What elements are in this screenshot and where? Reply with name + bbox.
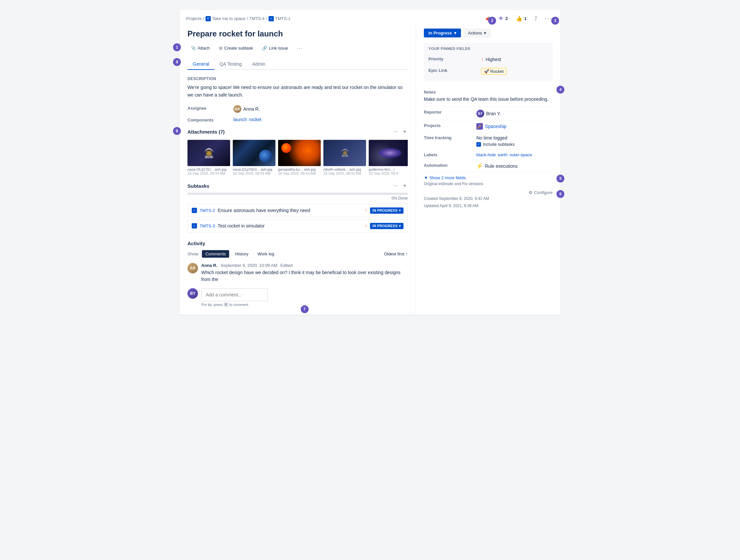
activity-show-bar: Show: Comments History Work log Oldest f… (187, 250, 408, 258)
priority-label: Priority (429, 57, 481, 61)
attachment-thumb-1: 👨‍🚀 (187, 140, 230, 166)
attachment-4[interactable]: 🧑‍🚀 niketh-vellank... ash.jpg 18 Sep 202… (323, 140, 366, 175)
attachment-1-date: 18 Sep 2020, 09:44 AM (187, 171, 230, 175)
subtask-1-status[interactable]: IN PROGRESS ▾ (370, 207, 403, 214)
label-outer-space[interactable]: outer-space (510, 152, 532, 157)
subtasks-section: Subtasks ··· + 0% Done ✓ (187, 182, 408, 233)
callout-2: 2 (488, 17, 496, 25)
automation-field: Automation ⚡ Rule executions (424, 160, 553, 172)
like-button[interactable]: 👍 1 (514, 14, 529, 23)
labels-label: Labels (424, 152, 476, 157)
attachment-5-date: 18 Sep 2020, 09:4 (369, 171, 408, 175)
automation-label: Automation (424, 163, 476, 168)
subtasks-more-button[interactable]: ··· (392, 182, 399, 190)
tab-general[interactable]: General (187, 59, 214, 70)
epic-link-tag[interactable]: 🚀 Rocket (481, 68, 506, 75)
priority-text: Highest (485, 57, 501, 62)
subtask-row-1[interactable]: ✓ TMTS-2 Ensure astronauts have everythi… (187, 204, 408, 217)
issue-title: Prepare rocket for launch (187, 28, 408, 39)
share-icon: ⤴ (535, 16, 537, 22)
attachment-2[interactable]: nasa-Q1p7bh3... ash.jpg 18 Sep 2020, 09:… (233, 140, 275, 175)
configure-button[interactable]: ⚙ Configure (529, 190, 553, 195)
subtask-1-icon: ✓ (192, 208, 197, 213)
actions-button[interactable]: Actions ▾ (464, 28, 491, 37)
link-issue-button[interactable]: 🔗 Link issue (259, 44, 291, 52)
comment-1-date: September 8, 2020, 10:09 AM (220, 263, 277, 268)
attachments-title: Attachments (7) (187, 129, 224, 134)
attachments-actions: ··· + (392, 128, 408, 136)
assignee-avatar-img: AR (234, 105, 241, 113)
attachment-1[interactable]: 👨‍🚀 nasa-OLIj17tU... ash.jpg 18 Sep 2020… (187, 140, 230, 175)
breadcrumb-current[interactable]: TMTS-1 (275, 16, 291, 21)
component-launch[interactable]: launch (234, 117, 247, 122)
share-button[interactable]: ⤴ (533, 14, 539, 23)
breadcrumb-space[interactable]: Take me to space (212, 16, 246, 21)
link-icon: 🔗 (262, 45, 267, 51)
automation-value: ⚡ Rule executions (476, 163, 518, 169)
chevron-down-icon: ▼ (424, 175, 428, 180)
breadcrumb-projects[interactable]: Projects (186, 16, 202, 21)
updated-row: Updated April 9, 2021, 9:38 AM (424, 202, 489, 210)
tab-qa-testing[interactable]: QA Testing (214, 59, 247, 70)
status-button[interactable]: In Progress ▾ (424, 28, 461, 37)
priority-field: Priority ↑ Highest (429, 54, 548, 65)
projects-value: 🚀 Spaceship (476, 123, 506, 130)
pro-tip-text: Pro tip: press (201, 303, 222, 306)
create-subtask-button[interactable]: ⊞ Create subtask (216, 44, 256, 52)
callout-1: 1 (173, 43, 181, 51)
breadcrumb-project-icon: T (205, 16, 211, 21)
galaxy-shape (379, 148, 401, 158)
time-tracking-field: Time tracking No time logged ✓ Include s… (424, 132, 553, 150)
subtask-2-status[interactable]: IN PROGRESS ▾ (370, 223, 403, 229)
activity-sort-label: Oldest first (384, 252, 404, 256)
show-more-sub: Original estimate and Fix versions (424, 182, 553, 186)
breadcrumb: Projects / T Take me to space / TMTS-4 /… (186, 16, 291, 21)
attachment-thumb-2 (233, 140, 275, 166)
notes-text: Make sure to send the QA team this issue… (424, 96, 553, 103)
subtasks-header: Subtasks ··· + (187, 182, 408, 190)
subtasks-add-button[interactable]: + (401, 182, 408, 190)
moon-shape (281, 143, 291, 153)
subtask-2-dropdown-icon: ▾ (399, 224, 401, 228)
watch-button[interactable]: 👁 2 (496, 14, 510, 23)
subtask-1-name: Ensure astronauts have everything they n… (218, 208, 310, 213)
activity-sort[interactable]: Oldest first ↑ (384, 252, 408, 256)
attachment-5[interactable]: guillermo-ferl... i 18 Sep 2020, 09:4 (369, 140, 408, 175)
activity-tab-worklog[interactable]: Work log (254, 250, 277, 258)
time-tracking-value: No time logged ✓ Include subtasks (476, 135, 515, 147)
comment-1-text: Which rocket design have we decided on? … (201, 269, 408, 283)
comment-1-edited: Edited (280, 263, 292, 268)
more-toolbar-icon: ··· (297, 45, 303, 51)
include-subtasks-checkbox[interactable]: ✓ (476, 142, 481, 147)
activity-tab-history[interactable]: History (232, 250, 252, 258)
show-more-button[interactable]: ▼ Show 2 more fields (424, 172, 553, 182)
activity-tab-comments[interactable]: Comments (202, 250, 229, 258)
attach-button[interactable]: 📎 Attach (187, 44, 213, 52)
subtask-row-2[interactable]: ✓ TMTS-3 Test rocket in simulator ↑ IN P… (187, 219, 408, 233)
watch-count: 2 (505, 16, 508, 21)
subtask-1-left: ✓ TMTS-2 Ensure astronauts have everythi… (192, 208, 310, 213)
timestamp-section: Created September 8, 2020, 9:42 AM Updat… (424, 195, 489, 209)
actions-dropdown-icon: ▾ (484, 30, 486, 35)
attachments-add-button[interactable]: + (401, 128, 408, 136)
attachments-more-button[interactable]: ··· (392, 128, 399, 136)
priority-value: ↑ Highest (481, 57, 501, 62)
component-rocket[interactable]: rocket (249, 117, 261, 122)
more-toolbar-button[interactable]: ··· (294, 44, 306, 52)
subtask-1-id[interactable]: TMTS-2 (200, 208, 215, 213)
attachment-3-date: 18 Sep 2020, 09:43 AM (278, 171, 321, 175)
projects-spaceship[interactable]: Spaceship (485, 124, 506, 129)
label-black-hole[interactable]: black-hole (476, 152, 496, 157)
subtask-2-id[interactable]: TMTS-3 (200, 223, 215, 228)
callout-5: 5 (556, 175, 564, 183)
more-icon: ··· (545, 15, 552, 22)
tab-admin[interactable]: Admin (247, 59, 271, 70)
comment-1-avatar: AR (187, 263, 198, 273)
breadcrumb-sep1: / (203, 16, 204, 21)
label-earth[interactable]: earth (498, 152, 507, 157)
comment-input[interactable] (201, 288, 268, 301)
description-label: Description (187, 77, 408, 81)
attachment-3[interactable]: ganapathy-ku... ash.jpg 18 Sep 2020, 09:… (278, 140, 321, 175)
subtask-1-status-text: IN PROGRESS (373, 208, 397, 212)
breadcrumb-parent[interactable]: TMTS-4 (249, 16, 265, 21)
